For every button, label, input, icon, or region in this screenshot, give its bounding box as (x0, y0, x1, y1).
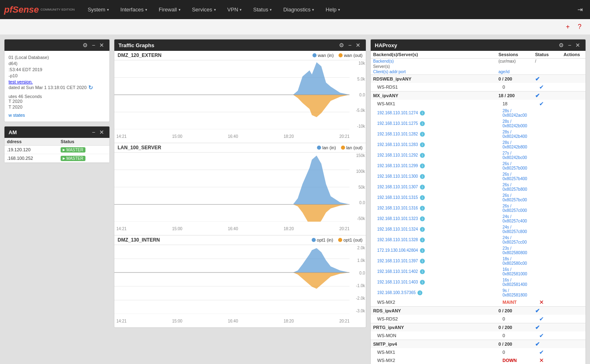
server-status: ✔ (533, 83, 561, 92)
add-widget-button[interactable]: + (564, 22, 572, 31)
info-icon[interactable]: i (420, 269, 425, 274)
refresh-icon[interactable]: ↻ (88, 84, 93, 91)
client-addr[interactable]: 192.168.110.101:1397 i (371, 256, 496, 266)
client-addr-link[interactable]: 192.168.110.101:1283 (377, 142, 418, 147)
nav-vpn[interactable]: VPN▾ (223, 4, 247, 15)
panel-minimize-button[interactable]: − (91, 42, 96, 48)
logout-icon[interactable]: ⇥ (574, 4, 586, 15)
panel-settings-button[interactable]: ⚙ (81, 42, 89, 48)
client-addr-link[interactable]: 192.168.110.101:1315 (377, 195, 418, 200)
client-addr[interactable]: 192.168.110.101:1299 i (371, 161, 496, 171)
client-addr[interactable]: 192.168.110.101:1402 i (371, 266, 496, 277)
carp-minimize-button[interactable]: − (91, 129, 96, 135)
info-icon[interactable]: i (420, 206, 425, 211)
legend-dot-out (338, 238, 342, 242)
client-addr[interactable]: 192.168.110.101:1275 i (371, 118, 496, 129)
client-addr[interactable]: 192.168.110.101:1323 i (371, 214, 496, 224)
traffic-minimize-button[interactable]: − (347, 42, 353, 48)
client-addr[interactable]: 192.168.100.3:57365 i (371, 288, 496, 298)
info-icon[interactable]: i (420, 174, 425, 179)
client-addr[interactable]: 192.168.110.101:1328 i (371, 235, 496, 245)
update-anchor[interactable]: test version. (9, 79, 33, 84)
svg-marker-14 (114, 205, 350, 222)
nav-interfaces[interactable]: Interfaces▾ (116, 4, 152, 15)
server-status: ✕ (533, 298, 561, 307)
haproxy-subheader-slash: / (533, 59, 561, 64)
client-addr-link[interactable]: 192.168.110.101:1328 (377, 238, 418, 242)
client-addr-link[interactable]: 192.168.100.3:57365 (377, 290, 416, 295)
client-addr-link[interactable]: 192.168.110.101:1403 (377, 280, 418, 284)
nav-status[interactable]: Status▾ (248, 4, 277, 15)
client-addr-link[interactable]: 192.168.110.101:1300 (377, 174, 418, 179)
haproxy-settings-button[interactable]: ⚙ (557, 42, 565, 48)
traffic-settings-button[interactable]: ⚙ (338, 42, 345, 48)
client-addr-link[interactable]: 192.168.110.101:1275 (377, 121, 418, 126)
client-addr[interactable]: 192.168.110.101:1292 i (371, 150, 496, 161)
nav-system[interactable]: System▾ (83, 4, 114, 15)
client-age: 28s / 0x80242b000 (496, 118, 533, 129)
client-addr[interactable]: 192.168.110.101:1316 i (371, 203, 496, 214)
carp-addr: .168.100.252 (4, 154, 58, 163)
info-icon[interactable]: i (420, 216, 425, 221)
traffic-close-button[interactable]: ✕ (354, 42, 362, 48)
client-addr-link[interactable]: 192.168.110.101:1324 (377, 227, 418, 231)
carp-close-button[interactable]: ✕ (98, 129, 105, 135)
client-addr-link[interactable]: 192.168.110.101:1282 (377, 132, 418, 136)
client-addr[interactable]: 192.168.110.101:1283 i (371, 139, 496, 150)
client-age: 28s / 0x80242b800 (496, 139, 533, 150)
legend-out-dmz120: wan (out) (339, 53, 363, 58)
info-icon[interactable]: i (417, 290, 422, 295)
client-addr[interactable]: 192.168.110.101:1274 i (371, 108, 496, 118)
haproxy-close-button[interactable]: ✕ (574, 42, 581, 48)
info-icon[interactable]: i (420, 259, 425, 264)
help-button[interactable]: ? (575, 22, 584, 31)
carp-table: ddress Status .19.120.120 MASTER .168.10… (4, 138, 109, 163)
nav-services[interactable]: Services▾ (187, 4, 221, 15)
info-icon[interactable]: i (420, 132, 425, 137)
info-icon[interactable]: i (420, 248, 425, 253)
states-link[interactable]: w states (9, 113, 25, 118)
info-icon[interactable]: i (420, 142, 425, 147)
client-addr-link[interactable]: 192.168.110.101:1274 (377, 111, 418, 115)
system-info-heading: ⚙ − ✕ (4, 39, 109, 51)
nav-diagnostics[interactable]: Diagnostics▾ (278, 4, 319, 15)
info-icon[interactable]: i (420, 227, 425, 232)
client-addr-link[interactable]: 192.168.110.101:1307 (377, 185, 418, 189)
backend-status: ✔ (533, 92, 561, 100)
backend-sessions: 0 / 200 (496, 307, 533, 315)
info-icon[interactable]: i (420, 111, 425, 116)
haproxy-minimize-button[interactable]: − (567, 42, 573, 48)
info-icon[interactable]: i (420, 195, 425, 200)
client-addr-link[interactable]: 192.168.110.101:1397 (377, 259, 418, 263)
client-addr-link[interactable]: 192.168.110.101:1316 (377, 206, 418, 210)
info-icon[interactable]: i (420, 121, 425, 126)
traffic-graph-dmz130: DMZ_130_INTERN opt1 (in) opt1 (out) 2.0k… (114, 235, 366, 324)
info-icon[interactable]: i (420, 153, 425, 158)
nav-firewall[interactable]: Firewall▾ (154, 4, 186, 15)
client-addr-link[interactable]: 172.19.130.106:42804 (377, 248, 418, 253)
client-addr[interactable]: 192.168.110.101:1300 i (371, 171, 496, 182)
client-addr-link[interactable]: 192.168.110.101:1292 (377, 153, 418, 157)
graph-svg-lan100 (114, 153, 350, 222)
client-addr[interactable]: 192.168.110.101:1324 i (371, 224, 496, 235)
client-addr-link[interactable]: 192.168.110.101:1402 (377, 269, 418, 274)
client-addr[interactable]: 172.19.130.106:42804 i (371, 245, 496, 256)
update-link[interactable]: test version. (9, 79, 105, 84)
panel-close-button[interactable]: ✕ (98, 42, 105, 48)
client-addr[interactable]: 192.168.110.101:1282 i (371, 129, 496, 139)
nav-help[interactable]: Help▾ (321, 4, 345, 15)
info-icon[interactable]: i (420, 238, 425, 242)
status-ok-icon: ✔ (535, 92, 540, 99)
haproxy-backend-row: PRTG_ipvANY 0 / 200 ✔ (371, 323, 586, 332)
haproxy-client-row: 192.168.110.101:1324 i 24s / 0x80257c800 (371, 224, 586, 235)
info-icon[interactable]: i (420, 163, 425, 168)
haproxy-client-row: 192.168.110.101:1403 i 16s / 0x802581400 (371, 277, 586, 288)
client-addr[interactable]: 192.168.110.101:1403 i (371, 277, 496, 288)
info-icon[interactable]: i (420, 280, 425, 285)
info-icon[interactable]: i (420, 185, 425, 190)
maint-label: MAINT (503, 300, 517, 305)
client-addr-link[interactable]: 192.168.110.101:1299 (377, 163, 418, 168)
client-addr-link[interactable]: 192.168.110.101:1323 (377, 216, 418, 221)
client-addr[interactable]: 192.168.110.101:1315 i (371, 192, 496, 203)
client-addr[interactable]: 192.168.110.101:1307 i (371, 182, 496, 192)
